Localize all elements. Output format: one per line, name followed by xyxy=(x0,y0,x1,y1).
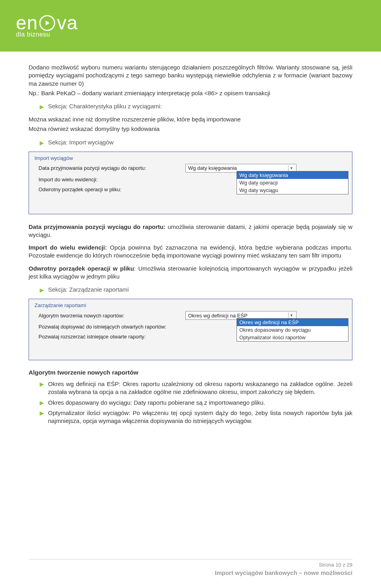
term: Data przyjmowania pozycji wyciągu do rap… xyxy=(29,223,165,230)
dropdown-option[interactable]: Wg daty operacji xyxy=(237,179,348,186)
footer-title: Import wyciągów bankowych – nowe możliwo… xyxy=(29,569,352,576)
chevron-down-icon: ▼ xyxy=(288,312,294,319)
field-label: Import do wielu ewidencji: xyxy=(38,177,185,183)
date-mode-dropdown: Wg daty księgowania Wg daty operacji Wg … xyxy=(237,171,348,194)
dropdown-option[interactable]: Okres dopasowany do wyciągu xyxy=(237,326,348,334)
page-footer: Strona 10 z 29 Import wyciągów bankowych… xyxy=(29,559,352,576)
select-value: Okres wg definicji na EŚP xyxy=(188,313,248,319)
term: Optymalizator ilości wyciągów: xyxy=(48,409,133,416)
paragraph: Np.: Bank PeKaO – dodany wariant zmienia… xyxy=(29,89,352,97)
brand-suffix: va xyxy=(57,13,78,33)
bullet-label: Sekcja: Charakterystyka pliku z wyciągam… xyxy=(48,103,162,110)
field-label: Odwrotny porządek operacji w pliku: xyxy=(38,186,185,192)
logo: en va dla biznesu xyxy=(16,13,78,38)
paragraph: Import do wielu ewidencji: Opcja powinna… xyxy=(29,244,352,260)
field-label: Algorytm tworzenia nowych raportów: xyxy=(38,313,185,319)
brand-prefix: en xyxy=(16,13,38,33)
field-label: Pozwalaj rozszerzać istniejące otwarte r… xyxy=(38,334,209,340)
bullet-label: Sekcja: Import wyciągów xyxy=(48,139,114,146)
term: Okres wg definicji na EŚP xyxy=(48,380,119,387)
import-panel: Import wyciągów Data przyjmowania pozycj… xyxy=(29,152,352,214)
list-item: ▶ Okres dopasowany do wyciągu: Daty rapo… xyxy=(40,399,352,408)
triangle-right-icon: ▶ xyxy=(40,410,44,416)
paragraph: Data przyjmowania pozycji wyciągu do rap… xyxy=(29,223,352,239)
paragraph: Odwrotny porządek operacji w pliku: Umoż… xyxy=(29,265,352,281)
dropdown-option[interactable]: Wg daty wyciągu xyxy=(237,186,348,194)
section-bullet: ▶ Sekcja: Zarządzanie raportami xyxy=(40,286,352,293)
list-item: ▶ Optymalizator ilości wyciągów: Po włąc… xyxy=(40,409,352,427)
list-item: ▶ Okres wg definicji na EŚP: Okres rapor… xyxy=(40,380,352,398)
select-value: Wg daty księgowania xyxy=(188,165,237,171)
field-label: Data przyjmowania pozycji wyciągu do rap… xyxy=(38,165,185,171)
dropdown-option[interactable]: Okres wg definicji na EŚP xyxy=(237,319,348,326)
header-band: en va dla biznesu xyxy=(0,0,381,52)
dropdown-option[interactable]: Optymalizator ilości raportów xyxy=(237,334,348,341)
page-number: Strona 10 z 29 xyxy=(29,562,352,568)
algorithm-dropdown: Okres wg definicji na EŚP Okres dopasowa… xyxy=(237,318,348,342)
triangle-right-icon: ▶ xyxy=(40,381,44,387)
field-label: Pozwalaj dopisywać do istniejących otwar… xyxy=(38,324,209,330)
chevron-down-icon: ▼ xyxy=(288,165,294,171)
term: Okres dopasowany do wyciągu xyxy=(48,399,131,406)
panel-title: Zarządzanie raportami xyxy=(33,302,348,309)
paragraph: Można również wskazać domyślny typ kodow… xyxy=(29,125,352,133)
triangle-right-icon: ▶ xyxy=(40,104,44,110)
section-heading: Algorytm tworzenie nowych raportów xyxy=(29,369,352,376)
brand-tagline: dla biznesu xyxy=(16,31,78,38)
triangle-right-icon: ▶ xyxy=(40,400,44,406)
svg-marker-0 xyxy=(46,21,50,25)
section-bullet: ▶ Sekcja: Import wyciągów xyxy=(40,139,352,146)
term: Import do wielu ewidencji: xyxy=(29,244,107,251)
reports-panel: Zarządzanie raportami Algorytm tworzenia… xyxy=(29,299,352,360)
panel-title: Import wyciągów xyxy=(33,154,348,162)
bullet-label: Sekcja: Zarządzanie raportami xyxy=(48,286,129,293)
dropdown-option[interactable]: Wg daty księgowania xyxy=(237,171,348,179)
document-content: Dodano możliwość wyboru numeru wariantu … xyxy=(0,52,381,427)
paragraph: Można wskazać inne niż domyślne rozszerz… xyxy=(29,115,352,123)
term: Odwrotny porządek operacji w pliku xyxy=(29,265,134,272)
section-bullet: ▶ Sekcja: Charakterystyka pliku z wyciąg… xyxy=(40,103,352,110)
triangle-right-icon: ▶ xyxy=(40,140,44,146)
paragraph: Dodano możliwość wyboru numeru wariantu … xyxy=(29,63,352,88)
triangle-right-icon: ▶ xyxy=(40,287,44,293)
play-circle-icon xyxy=(39,15,55,31)
